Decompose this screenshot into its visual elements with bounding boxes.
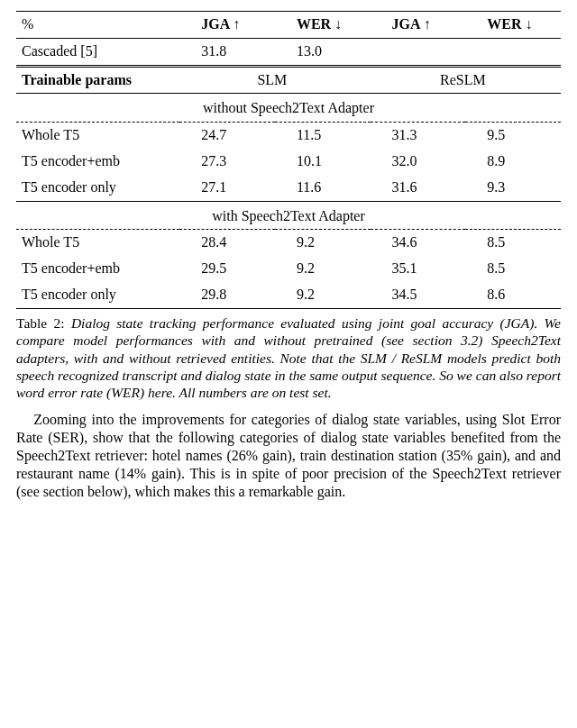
cell: 31.3	[371, 123, 466, 149]
caption-label: Table 2:	[16, 315, 65, 331]
section-2-title: with Speech2Text Adapter	[16, 201, 561, 230]
cell: 8.9	[465, 149, 561, 175]
baseline-empty-1	[371, 38, 466, 66]
section-2-title-row: with Speech2Text Adapter	[16, 201, 561, 230]
row-label: T5 encoder+emb	[16, 149, 179, 175]
baseline-jga: 31.8	[179, 38, 275, 66]
header-row-metrics: % JGA ↑ WER ↓ JGA ↑ WER ↓	[16, 12, 561, 39]
table-row: T5 encoder only 27.1 11.6 31.6 9.3	[16, 175, 561, 201]
section-1-title-row: without Speech2Text Adapter	[16, 94, 561, 123]
cell: 8.5	[465, 230, 561, 256]
table-caption: Table 2: Dialog state tracking performan…	[16, 314, 561, 402]
table-row: Whole T5 24.7 11.5 31.3 9.5	[16, 123, 561, 149]
cell: 34.5	[371, 282, 466, 308]
cell: 8.5	[465, 256, 561, 282]
table-row: T5 encoder+emb 27.3 10.1 32.0 8.9	[16, 149, 561, 175]
col-jga-1: JGA ↑	[179, 12, 275, 39]
col-wer-2: WER ↓	[465, 12, 561, 39]
cell: 9.2	[275, 230, 371, 256]
table-row: T5 encoder only 29.8 9.2 34.5 8.6	[16, 282, 561, 308]
cell: 29.5	[179, 256, 275, 282]
cell: 9.3	[465, 175, 561, 201]
header-row-groups: Trainable params SLM ReSLM	[16, 66, 561, 94]
col-jga-2: JGA ↑	[371, 12, 466, 39]
col-percent: %	[16, 12, 179, 39]
row-label: T5 encoder only	[16, 175, 179, 201]
cell: 34.6	[371, 230, 466, 256]
baseline-row: Cascaded [5] 31.8 13.0	[16, 38, 561, 66]
cell: 27.3	[179, 149, 275, 175]
row-label: Whole T5	[16, 230, 179, 256]
cell: 11.5	[275, 123, 371, 149]
cell: 27.1	[179, 175, 275, 201]
cell: 24.7	[179, 123, 275, 149]
cell: 29.8	[179, 282, 275, 308]
baseline-label: Cascaded [5]	[16, 38, 179, 66]
results-table: % JGA ↑ WER ↓ JGA ↑ WER ↓ Cascaded [5] 3…	[16, 11, 561, 309]
caption-text: Dialog state tracking performance evalua…	[16, 315, 561, 401]
baseline-wer: 13.0	[275, 38, 371, 66]
cell: 11.6	[275, 175, 371, 201]
cell: 28.4	[179, 230, 275, 256]
group-reslm: ReSLM	[371, 66, 561, 94]
cell: 32.0	[371, 149, 466, 175]
baseline-empty-2	[465, 38, 561, 66]
cell: 9.2	[275, 282, 371, 308]
cell: 9.2	[275, 256, 371, 282]
cell: 31.6	[371, 175, 466, 201]
trainable-params-label: Trainable params	[16, 66, 179, 94]
col-wer-1: WER ↓	[275, 12, 371, 39]
row-label: Whole T5	[16, 123, 179, 149]
table-row: Whole T5 28.4 9.2 34.6 8.5	[16, 230, 561, 256]
cell: 9.5	[465, 123, 561, 149]
table-row: T5 encoder+emb 29.5 9.2 35.1 8.5	[16, 256, 561, 282]
cell: 10.1	[275, 149, 371, 175]
cell: 8.6	[465, 282, 561, 308]
cell: 35.1	[371, 256, 466, 282]
body-paragraph: Zooming into the improvements for catego…	[16, 411, 561, 501]
section-1-title: without Speech2Text Adapter	[16, 94, 561, 123]
row-label: T5 encoder only	[16, 282, 179, 308]
group-slm: SLM	[179, 66, 370, 94]
row-label: T5 encoder+emb	[16, 256, 179, 282]
